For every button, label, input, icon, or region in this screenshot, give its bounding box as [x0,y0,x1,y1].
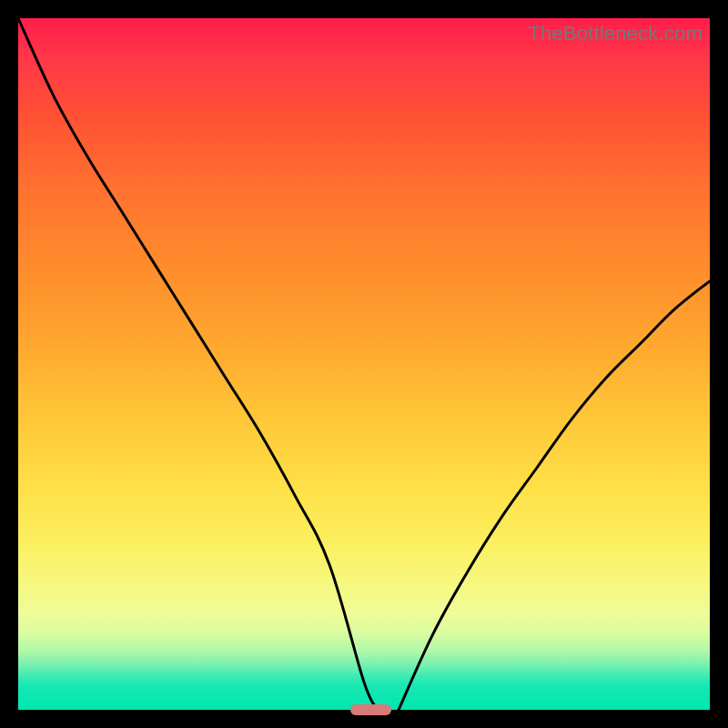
plot-area: TheBottleneck.com [18,18,710,710]
curve-layer [18,18,710,710]
left-branch-curve [18,18,378,710]
bottleneck-marker [350,704,392,715]
right-branch-curve [399,281,710,710]
chart-container: TheBottleneck.com [0,0,728,728]
